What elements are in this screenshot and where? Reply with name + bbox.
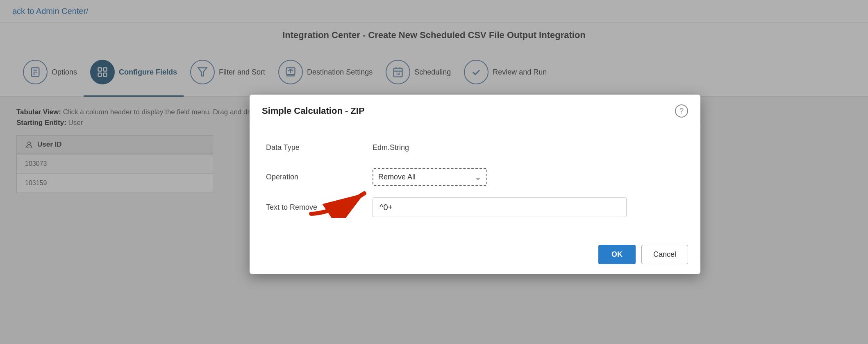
page-background: ack to Admin Center/ Integration Center …: [0, 0, 868, 344]
text-to-remove-input[interactable]: [373, 197, 627, 217]
modal-footer: OK Cancel: [250, 237, 700, 274]
modal-title: Simple Calculation - ZIP: [262, 106, 365, 116]
modal-dialog: Simple Calculation - ZIP ? Data Type Edm…: [250, 95, 700, 274]
operation-select[interactable]: Remove All ⌄: [373, 168, 487, 186]
data-type-label: Data Type: [266, 143, 373, 152]
modal-overlay: Simple Calculation - ZIP ? Data Type Edm…: [0, 0, 868, 344]
chevron-down-icon: ⌄: [475, 172, 482, 182]
operation-value: Remove All: [378, 173, 416, 181]
data-type-row: Data Type Edm.String: [266, 138, 684, 156]
arrow-container: [373, 197, 627, 217]
ok-button[interactable]: OK: [598, 245, 636, 264]
red-arrow-icon: [307, 185, 373, 218]
help-button[interactable]: ?: [675, 104, 688, 118]
operation-row: Operation Remove All ⌄: [266, 168, 684, 186]
modal-header: Simple Calculation - ZIP ?: [250, 95, 700, 126]
cancel-button[interactable]: Cancel: [641, 245, 688, 264]
operation-label: Operation: [266, 173, 373, 181]
modal-body: Data Type Edm.String Operation Remove Al…: [250, 126, 700, 237]
text-to-remove-row: Text to Remove: [266, 197, 684, 217]
data-type-value: Edm.String: [373, 143, 409, 152]
